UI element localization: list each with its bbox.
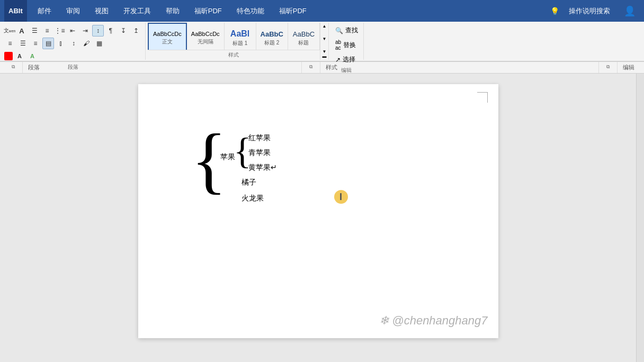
svg-text:黄苹果↵: 黄苹果↵ — [248, 163, 277, 171]
text-cursor: I — [334, 190, 348, 204]
style-normal[interactable]: AaBbCcDc 正文 — [148, 23, 187, 50]
svg-text:橘子: 橘子 — [241, 178, 256, 186]
lightbulb-icon: 💡 — [550, 7, 559, 15]
list-number-btn[interactable]: ≡ — [41, 25, 53, 37]
app-logo: ABIt — [4, 0, 27, 22]
ribbon-group-editing: 🔍 查找 abac 替换 ↗ 选择 编辑 — [331, 23, 364, 60]
styles-label: 样式 — [148, 50, 320, 60]
align-center-btn[interactable]: ☰ — [17, 38, 29, 49]
svg-text:青苹果: 青苹果 — [248, 148, 271, 157]
editing-tools: 🔍 查找 abac 替换 ↗ 选择 — [333, 23, 360, 65]
font-style-btn[interactable]: 文wen — [4, 25, 15, 36]
style-h1[interactable]: AaBl 标题 1 — [225, 23, 256, 50]
style-h1-preview: AaBl — [230, 29, 249, 39]
menu-devtools[interactable]: 开发工具 — [117, 4, 157, 18]
menu-help[interactable]: 帮助 — [159, 4, 186, 18]
find-label: 查找 — [345, 26, 358, 35]
font-clear-btn[interactable]: A — [16, 25, 28, 37]
style-h2-preview: AaBbC — [261, 30, 283, 38]
style-title[interactable]: AaBbC 标题 — [288, 23, 320, 50]
indent-decrease-btn[interactable]: ⇤ — [67, 25, 78, 37]
border-btn[interactable]: ▦ — [93, 38, 105, 49]
style-title-preview: AaBbC — [293, 30, 315, 38]
replace-label: 替换 — [343, 41, 356, 50]
menu-view[interactable]: 视图 — [88, 4, 115, 18]
styles-section-label: 样式 — [320, 62, 600, 73]
style-scroll-expand[interactable]: ▼▬ — [320, 49, 328, 59]
right-sidebar[interactable] — [636, 74, 644, 362]
style-no-spacing-label: 无间隔 — [198, 38, 213, 46]
menu-foxit-pdf1[interactable]: 福昕PDF — [188, 4, 228, 18]
font-color-swatch — [4, 52, 13, 60]
indent-increase-btn[interactable]: ⇥ — [79, 25, 91, 37]
menu-foxit-pdf2[interactable]: 福昕PDF — [273, 4, 313, 18]
paragraph-tools: 文wen A ☰ ≡ ⋮≡ ⇤ ⇥ ↕ ¶ ↧ ↥ ≡ ☰ — [4, 23, 142, 62]
find-btn[interactable]: 🔍 查找 — [333, 25, 360, 36]
formatting-marks-btn[interactable]: ¶ — [105, 25, 117, 37]
watermark-text: @chenhanghang7 — [392, 314, 487, 327]
replace-icon: abac — [335, 39, 341, 51]
increase-indent2-btn[interactable]: ↧ — [118, 25, 129, 37]
ribbon-group-paragraph: 文wen A ☰ ≡ ⋮≡ ⇤ ⇥ ↕ ¶ ↧ ↥ ≡ ☰ — [2, 23, 146, 60]
user-icon[interactable]: 👤 — [620, 5, 640, 17]
menu-mail[interactable]: 邮件 — [31, 4, 58, 18]
style-scroll-up[interactable]: ▲ — [320, 24, 328, 29]
style-scroll-down[interactable]: ▼ — [320, 37, 328, 41]
styles-expand-icon[interactable]: ⧉ — [307, 64, 315, 71]
align-justify-btn[interactable]: ▤ — [42, 38, 54, 49]
expand-styles: ⧉ — [302, 62, 320, 73]
paragraph-expand-icon[interactable]: ⧉ — [10, 64, 17, 71]
document-page: {苹果{红苹果青苹果黄苹果↵橘子火龙果 I ❄ @chenhanghang7 — [138, 84, 498, 338]
style-no-spacing-preview: AaBbCcDc — [191, 31, 220, 37]
bracket-content: {苹果{红苹果青苹果黄苹果↵橘子火龙果 — [191, 121, 467, 207]
style-normal-label: 正文 — [162, 38, 173, 46]
ribbon: 文wen A ☰ ≡ ⋮≡ ⇤ ⇥ ↕ ¶ ↧ ↥ ≡ ☰ — [0, 22, 644, 62]
svg-text:红苹果: 红苹果 — [248, 133, 271, 142]
style-no-spacing[interactable]: AaBbCcDc 无间隔 — [187, 23, 225, 50]
ribbon-group-styles: AaBbCcDc 正文 AaBbCcDc 无间隔 AaBl 标题 1 — [148, 23, 329, 60]
watermark: ❄ @chenhanghang7 — [379, 314, 487, 328]
page-container: {苹果{红苹果青苹果黄苹果↵橘子火龙果 I ❄ @chenhanghang7 — [0, 74, 636, 362]
svg-text:火龙果: 火龙果 — [241, 194, 264, 202]
menu-bar: ABIt 邮件 审阅 视图 开发工具 帮助 福昕PDF 特色功能 福昕PDF 💡… — [0, 0, 644, 22]
style-title-label: 标题 — [298, 39, 309, 47]
menu-bar-right: 💡 操作说明搜索 👤 — [550, 4, 640, 18]
snowflake-icon: ❄ — [379, 314, 389, 327]
replace-btn[interactable]: abac 替换 — [333, 38, 358, 52]
expand-edit: ⧉ — [599, 62, 618, 73]
line-spacing-btn[interactable]: ↕ — [68, 38, 79, 49]
find-icon: 🔍 — [335, 27, 343, 34]
edit-section-label: 编辑 — [618, 62, 640, 73]
expand-paragraph: ⧉ — [4, 62, 23, 73]
menu-review[interactable]: 审阅 — [60, 4, 86, 18]
sort-btn[interactable]: ↕ — [92, 25, 104, 37]
list-multi-btn[interactable]: ⋮≡ — [54, 25, 66, 37]
list-bullet-btn[interactable]: ☰ — [29, 25, 40, 37]
style-normal-preview: AaBbCcDc — [153, 31, 182, 37]
decrease-indent2-btn[interactable]: ↥ — [130, 25, 142, 37]
text-highlight-btn[interactable]: A — [26, 50, 38, 62]
page-corner-mark — [477, 92, 488, 103]
align-left-btn[interactable]: ≡ — [4, 38, 16, 49]
svg-text:苹果: 苹果 — [220, 152, 235, 161]
align-right-btn[interactable]: ≡ — [30, 38, 41, 49]
menu-search[interactable]: 操作说明搜索 — [562, 4, 616, 18]
menu-special-func[interactable]: 特色功能 — [230, 4, 271, 18]
style-h2[interactable]: AaBbC 标题 2 — [256, 23, 288, 50]
style-h1-label: 标题 1 — [232, 40, 247, 47]
ribbon-top-row: 文wen A ☰ ≡ ⋮≡ ⇤ ⇥ ↕ ¶ ↧ ↥ ≡ ☰ — [2, 23, 642, 60]
styles-scroll[interactable]: ▲ ▼ ▼▬ — [320, 23, 328, 60]
document-area: {苹果{红苹果青苹果黄苹果↵橘子火龙果 I ❄ @chenhanghang7 — [0, 74, 644, 362]
section-divider-row: ⧉ 段落 ⧉ 样式 ⧉ 编辑 — [0, 62, 644, 74]
paragraph-section-label: 段落 — [23, 62, 302, 73]
style-h2-label: 标题 2 — [264, 39, 279, 47]
edit-expand-icon[interactable]: ⧉ — [604, 64, 612, 71]
font-highlight-btn[interactable]: A — [14, 50, 25, 62]
shading-btn[interactable]: 🖌 — [80, 38, 92, 49]
column-break-btn[interactable]: ⫿ — [55, 38, 67, 49]
